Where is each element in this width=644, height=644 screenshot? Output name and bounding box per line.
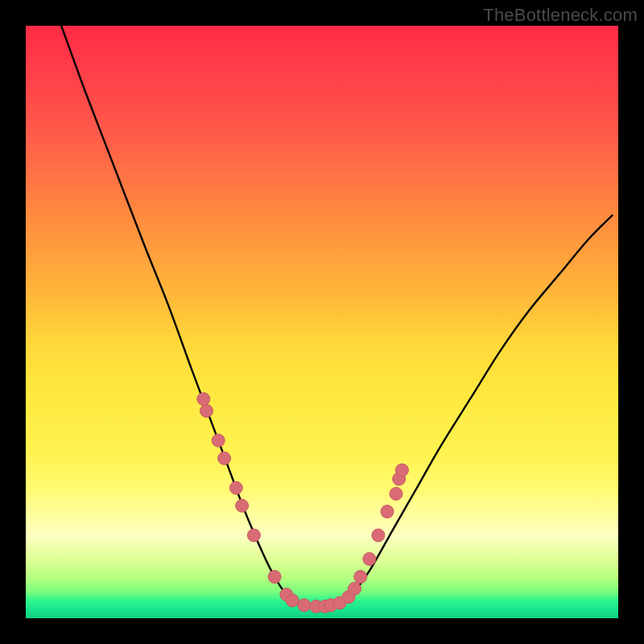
curve-svg xyxy=(26,26,618,618)
marker-point xyxy=(349,582,361,595)
sample-markers xyxy=(197,393,409,613)
bottleneck-curve xyxy=(61,26,612,607)
chart-frame: TheBottleneck.com xyxy=(0,0,644,644)
marker-point xyxy=(390,487,402,500)
marker-point xyxy=(229,481,242,494)
marker-point xyxy=(218,452,231,464)
marker-point xyxy=(395,464,408,477)
marker-point xyxy=(268,571,281,584)
marker-point xyxy=(354,571,367,584)
watermark-text: TheBottleneck.com xyxy=(483,5,638,26)
marker-point xyxy=(286,594,299,607)
marker-point xyxy=(200,404,213,417)
marker-point xyxy=(363,552,376,565)
marker-point xyxy=(212,434,225,447)
marker-point xyxy=(298,599,311,612)
marker-point xyxy=(381,506,394,518)
marker-point xyxy=(197,393,210,406)
marker-point xyxy=(372,529,385,542)
marker-point xyxy=(247,529,260,542)
marker-point xyxy=(236,499,249,512)
plot-area xyxy=(26,26,618,618)
